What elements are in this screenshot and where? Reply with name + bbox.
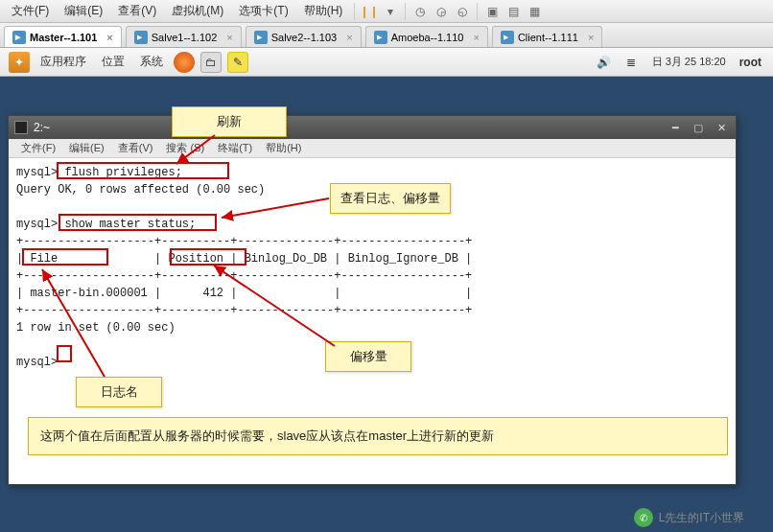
- close-icon[interactable]: ×: [473, 32, 479, 43]
- menu-file[interactable]: 文件(F): [4, 3, 57, 19]
- tab-salve1[interactable]: Salve1--1.102 ×: [126, 26, 242, 47]
- terminal-title-text: 2:~: [34, 121, 50, 134]
- tmenu-view[interactable]: 查看(V): [111, 141, 160, 155]
- watermark: ✆ L先生的IT小世界: [634, 508, 744, 527]
- callout-offset: 偏移量: [325, 341, 411, 372]
- tab-label: Amoeba--1.110: [391, 32, 464, 43]
- vm-icon: [134, 31, 148, 44]
- maximize-icon[interactable]: ▢: [690, 121, 707, 134]
- snapshot-icon[interactable]: ◷: [411, 3, 429, 20]
- tmenu-file[interactable]: 文件(F): [14, 141, 62, 155]
- vm-icon: [501, 31, 514, 44]
- places-menu[interactable]: 位置: [94, 54, 132, 70]
- clock[interactable]: 日 3月 25 18:20: [644, 55, 734, 69]
- network-icon[interactable]: ≣: [621, 52, 642, 73]
- wechat-icon: ✆: [634, 508, 653, 527]
- firefox-icon[interactable]: [174, 52, 195, 73]
- separator: [477, 3, 478, 20]
- callout-refresh: 刷新: [172, 106, 287, 137]
- menu-view[interactable]: 查看(V): [110, 3, 164, 19]
- vm-icon: [12, 31, 26, 44]
- tab-bar: Master--1.101 × Salve1--1.102 × Salve2--…: [0, 23, 773, 48]
- tmenu-terminal[interactable]: 终端(T): [211, 141, 259, 155]
- tab-client[interactable]: Client--1.111 ×: [492, 26, 602, 47]
- menu-help[interactable]: 帮助(H): [296, 3, 351, 19]
- pause-icon[interactable]: ❙❙: [361, 3, 378, 20]
- tab-label: Client--1.111: [518, 32, 578, 43]
- file-manager-icon[interactable]: 🗀: [200, 52, 222, 73]
- terminal-titlebar[interactable]: 2:~ ━ ▢ ✕: [9, 116, 736, 139]
- menu-edit[interactable]: 编辑(E): [57, 3, 110, 19]
- fullscreen-icon[interactable]: ▣: [483, 3, 501, 20]
- apps-menu[interactable]: 应用程序: [33, 54, 94, 70]
- gnome-taskbar: ✦ 应用程序 位置 系统 🗀 ✎ 🔊 ≣ 日 3月 25 18:20 root: [0, 48, 773, 77]
- snapshot3-icon[interactable]: ◵: [454, 3, 471, 20]
- editor-icon[interactable]: ✎: [227, 52, 248, 73]
- unity-icon[interactable]: ▤: [504, 3, 522, 20]
- tmenu-search[interactable]: 搜索 (S): [159, 141, 211, 155]
- terminal-menubar: 文件(F) 编辑(E) 查看(V) 搜索 (S) 终端(T) 帮助(H): [9, 139, 736, 158]
- tmenu-help[interactable]: 帮助(H): [259, 141, 308, 155]
- tab-label: Master--1.101: [30, 32, 97, 43]
- settings-icon[interactable]: ▦: [526, 3, 543, 20]
- terminal-window: 2:~ ━ ▢ ✕ 文件(F) 编辑(E) 查看(V) 搜索 (S) 终端(T)…: [8, 115, 737, 485]
- terminal-icon: [14, 121, 28, 134]
- vm-icon: [254, 31, 268, 44]
- tab-label: Salve1--1.102: [152, 32, 218, 43]
- volume-icon[interactable]: 🔊: [594, 52, 615, 73]
- tab-master[interactable]: Master--1.101 ×: [4, 26, 122, 47]
- footer-callout: 这两个值在后面配置从服务器的时候需要，slave应从该点在master上进行新的…: [28, 417, 728, 455]
- menu-vm[interactable]: 虚拟机(M): [164, 3, 231, 19]
- system-menu[interactable]: 系统: [132, 54, 171, 70]
- tmenu-edit[interactable]: 编辑(E): [62, 141, 111, 155]
- separator: [405, 3, 406, 20]
- user-label[interactable]: root: [734, 56, 767, 69]
- watermark-text: L先生的IT小世界: [659, 510, 744, 526]
- vm-icon: [374, 31, 387, 44]
- close-icon[interactable]: ✕: [713, 121, 730, 134]
- dropdown-icon[interactable]: ▾: [382, 3, 399, 20]
- app-menubar: 文件(F) 编辑(E) 查看(V) 虚拟机(M) 选项卡(T) 帮助(H) ❙❙…: [0, 0, 773, 23]
- launcher-icon[interactable]: ✦: [9, 52, 30, 73]
- close-icon[interactable]: ×: [588, 32, 594, 43]
- callout-viewlog: 查看日志、偏移量: [330, 183, 451, 214]
- menu-tabs[interactable]: 选项卡(T): [231, 3, 295, 19]
- close-icon[interactable]: ×: [226, 32, 232, 43]
- tab-salve2[interactable]: Salve2--1.103 ×: [246, 26, 362, 47]
- desktop: 2:~ ━ ▢ ✕ 文件(F) 编辑(E) 查看(V) 搜索 (S) 终端(T)…: [0, 77, 773, 532]
- minimize-icon[interactable]: ━: [667, 121, 684, 134]
- snapshot2-icon[interactable]: ◶: [433, 3, 450, 20]
- separator: [354, 3, 355, 20]
- tab-amoeba[interactable]: Amoeba--1.110 ×: [365, 26, 488, 47]
- tab-label: Salve2--1.103: [271, 32, 338, 43]
- close-icon[interactable]: ×: [106, 32, 112, 43]
- close-icon[interactable]: ×: [346, 32, 352, 43]
- callout-logname: 日志名: [76, 377, 162, 407]
